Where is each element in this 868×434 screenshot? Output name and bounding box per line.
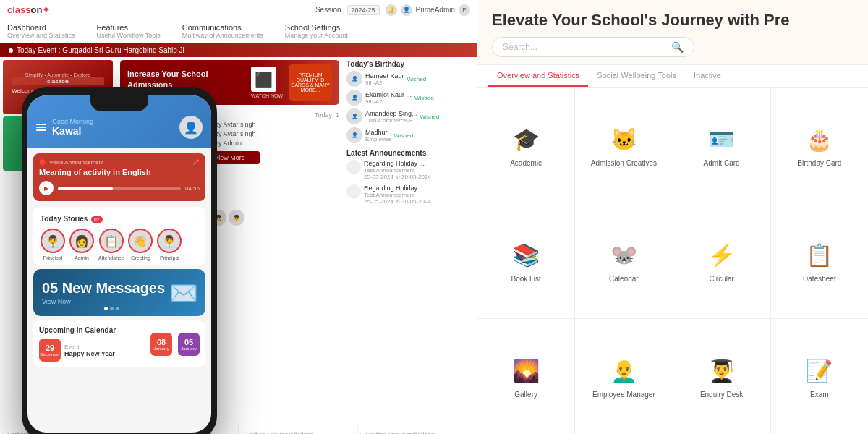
wished-badge: Wished [394, 132, 414, 139]
calendar-event: 29 December Event Happy New Year [39, 339, 145, 362]
announcement-icon [346, 160, 361, 174]
phone-username: Kawal [52, 125, 179, 137]
feature-name: Datesheet [803, 275, 836, 283]
voice-duration: 04:56 [185, 185, 200, 192]
menu-school-settings[interactable]: School Settings Manage your Account [285, 20, 348, 42]
menu-communications[interactable]: Communications Multiway of Announcements [182, 20, 263, 42]
feature-icon: 🪪 [706, 123, 738, 155]
feature-name: Book List [511, 275, 541, 283]
phone-mockup-wrapper: Good Morning Kawal 👤 🔴 Voice Announcemen… [22, 87, 217, 434]
avatar-7: 👦 [229, 210, 244, 226]
tab-social[interactable]: Social Wellbeing Tools [588, 65, 685, 87]
qr-code: ⬛ [251, 67, 276, 92]
feature-gallery[interactable]: 🌄 Gallery [477, 319, 574, 434]
feature-icon: 👨‍🎓 [706, 354, 738, 386]
announcements-section: Latest Announcements Regarding Holiday .… [346, 149, 475, 205]
story-label: Principal [160, 255, 179, 260]
feature-academic[interactable]: 🎓 Academic [477, 88, 574, 203]
menu-dashboard[interactable]: Dashboard Overview and Statistics [7, 20, 75, 42]
stories-badge: 02 [91, 216, 103, 223]
activity-sub: Today: 1 [315, 111, 339, 119]
stat-mother-app: Mother App Installations 768 86.2% [358, 425, 477, 434]
birthday-item: 👤 Ekamjot Kaur ... 9th-A2 Wished [346, 90, 475, 106]
message-icon: ✉️ [169, 279, 198, 307]
feature-icon: 🐭 [608, 239, 639, 271]
profile-icon[interactable]: P [459, 4, 470, 16]
event-date-box-3: 05 January [178, 333, 200, 356]
menu-features[interactable]: Features Useful Workflow Tools [97, 20, 161, 42]
feature-name: Birthday Card [797, 159, 841, 167]
carousel-dots [104, 307, 119, 310]
story-item[interactable]: 👩 Admin [69, 229, 94, 260]
wished-badge: Wished [420, 114, 440, 120]
phone-greeting: Good Morning [52, 118, 179, 125]
feature-datesheet[interactable]: 📋 Datesheet [771, 203, 868, 318]
stories-title: Today Stories [41, 215, 88, 223]
event-name: Happy New Year [64, 350, 115, 357]
play-button[interactable]: ▶ [39, 181, 54, 195]
messages-card[interactable]: 05 New Messages View Now ✉️ [33, 269, 205, 316]
calendar-title: Upcoming in Calendar [39, 326, 145, 334]
story-avatar: 👨‍💼 [41, 229, 65, 253]
feature-name: Admission Creatives [591, 159, 657, 167]
phone-screen: Good Morning Kawal 👤 🔴 Voice Announcemen… [27, 95, 211, 433]
right-panel: Elevate Your School's Journey with Pre S… [477, 0, 868, 434]
notification-icon[interactable]: 🔔 [386, 4, 397, 16]
alert-icon: 🔴 [39, 159, 46, 166]
feature-exam[interactable]: 📝 Exam [771, 319, 868, 434]
progress-fill [58, 187, 113, 190]
feature-name: Enquiry Desk [700, 391, 743, 399]
feature-admission-creatives[interactable]: 🐱 Admission Creatives [575, 88, 672, 203]
phone-notch [90, 95, 148, 111]
feature-book-list[interactable]: 📚 Book List [477, 203, 574, 318]
feature-name: Calendar [609, 275, 639, 283]
menu-bar: Dashboard Overview and Statistics Featur… [0, 20, 477, 43]
story-avatar: 👨‍💼 [157, 229, 182, 253]
search-icon[interactable]: 🔍 [671, 41, 684, 53]
premium-card-preview: PREMIUM QUALITY ID CARDS & MANY MORE... [289, 64, 332, 101]
feature-icon: ⚡ [706, 239, 738, 271]
feature-name: Employee Manager [592, 391, 655, 399]
progress-bar[interactable] [58, 187, 181, 190]
desktop-panel: classon✦ Session 2024-25 🔔 👤 PrimeAdmin … [0, 0, 477, 434]
story-label: Admin [75, 255, 89, 260]
feature-name: Academic [510, 159, 542, 167]
session-label: Session [315, 6, 341, 14]
announcement-icon [346, 184, 361, 199]
tabs-nav: Overview and Statistics Social Wellbeing… [477, 65, 868, 88]
feature-icon: 📝 [804, 354, 835, 386]
event-date-box: 29 December [39, 339, 61, 362]
elevate-title: Elevate Your School's Journey with Pre [492, 11, 854, 30]
stories-row: 👨‍💼 Principal 👩 Admin 📋 Attendance 👋 Gre… [41, 229, 198, 260]
stories-more[interactable]: ··· [191, 213, 198, 223]
top-nav: classon✦ Session 2024-25 🔔 👤 PrimeAdmin … [0, 0, 477, 20]
feature-birthday-card[interactable]: 🎂 Birthday Card [771, 88, 868, 203]
story-label: Greeting [131, 255, 150, 260]
feature-icon: 🎓 [510, 123, 542, 155]
feature-admit-card[interactable]: 🪪 Admit Card [673, 88, 770, 203]
tab-inactive[interactable]: Inactive [685, 65, 730, 87]
feature-circular[interactable]: ⚡ Circular [673, 203, 770, 318]
tab-overview[interactable]: Overview and Statistics [488, 65, 588, 87]
announcements-list: Regarding Holiday ... Test Announcement … [346, 160, 475, 205]
feature-icon: 📋 [804, 239, 835, 271]
story-item[interactable]: 📋 Attendance [98, 229, 124, 260]
story-label: Principal [43, 255, 63, 260]
birthday-avatar: 👤 [346, 90, 362, 106]
play-icon: ▶ [44, 185, 48, 192]
classon-brand: classon [12, 77, 103, 85]
feature-enquiry-desk[interactable]: 👨‍🎓 Enquiry Desk [673, 319, 770, 434]
feature-grid: 🎓 Academic 🐱 Admission Creatives 🪪 Admit… [477, 88, 868, 434]
story-item[interactable]: 👨‍💼 Principal [41, 229, 65, 260]
app-logo: classon✦ [7, 4, 50, 15]
story-item[interactable]: 👨‍💼 Principal [157, 229, 182, 260]
user-icon[interactable]: 👤 [401, 4, 412, 16]
birthday-item: 👤 Harneet Kaur 9th-A2 Wished [346, 71, 475, 87]
hamburger-menu[interactable] [36, 124, 46, 131]
view-now-link[interactable]: View Now [42, 298, 165, 305]
story-item[interactable]: 👋 Greeting [128, 229, 153, 260]
feature-employee-manager[interactable]: 👨‍🦲 Employee Manager [575, 319, 672, 434]
feature-calendar[interactable]: 🐭 Calendar [575, 203, 672, 318]
search-placeholder: Search... [503, 42, 671, 52]
session-badge: 2024-25 [347, 5, 380, 15]
